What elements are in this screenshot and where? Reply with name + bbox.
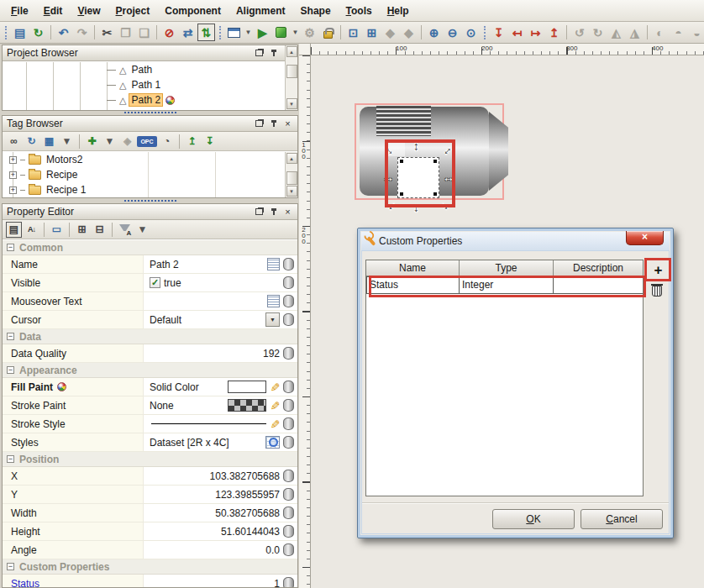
property-value[interactable]: true bbox=[164, 277, 181, 289]
property-value[interactable]: Solid Color bbox=[150, 381, 199, 393]
float-button[interactable] bbox=[254, 48, 265, 59]
flip-vertical-icon[interactable]: ◭ bbox=[607, 24, 625, 41]
align-top-icon[interactable]: ↥ bbox=[545, 24, 563, 41]
lock-icon[interactable] bbox=[319, 24, 337, 41]
text-edit-icon[interactable] bbox=[267, 295, 280, 307]
menu-help[interactable]: Help bbox=[380, 2, 417, 20]
expand-all-icon[interactable]: ⊞ bbox=[74, 222, 90, 238]
project-tree-scrollbar[interactable]: ▲ ▼ bbox=[285, 45, 297, 110]
stroke-style-preview[interactable] bbox=[151, 423, 266, 424]
db-sync-icon[interactable]: ⇄ bbox=[179, 24, 197, 41]
menu-alignment[interactable]: Alignment bbox=[229, 2, 293, 20]
ok-button[interactable]: OK bbox=[492, 509, 575, 529]
property-row-angle[interactable]: Angle 0.0 bbox=[3, 541, 297, 559]
show-description-icon[interactable]: ▭ bbox=[49, 222, 65, 238]
property-row-y[interactable]: Y 123.39855957 bbox=[3, 486, 297, 504]
undo-icon[interactable]: ↶ bbox=[55, 24, 72, 41]
tree-item-path2-selected[interactable]: △ Path 2 bbox=[3, 92, 285, 108]
scroll-down-icon[interactable]: ▼ bbox=[286, 186, 297, 197]
checkbox-checked-icon[interactable]: ✓ bbox=[150, 277, 160, 288]
property-value[interactable]: 103.382705688 bbox=[210, 470, 280, 482]
align-left-icon[interactable]: ↤ bbox=[508, 24, 526, 41]
property-value[interactable]: 50.382705688 bbox=[215, 507, 280, 519]
binding-icon[interactable] bbox=[283, 347, 294, 360]
float-button[interactable] bbox=[254, 207, 265, 218]
dialog-titlebar[interactable]: Custom Properties bbox=[361, 232, 670, 250]
db-update-icon[interactable]: ⇅ bbox=[197, 24, 215, 41]
refresh-tags-icon[interactable]: ↻ bbox=[24, 134, 39, 150]
fill-color-swatch[interactable] bbox=[228, 381, 266, 393]
menu-shape[interactable]: Shape bbox=[293, 2, 339, 20]
copy-icon[interactable]: ❐ bbox=[117, 24, 134, 41]
scroll-up-icon[interactable]: ▲ bbox=[286, 153, 297, 164]
property-row-stroke-style[interactable]: Stroke Style ✎ bbox=[3, 415, 297, 433]
property-value[interactable]: 0.0 bbox=[265, 544, 280, 556]
dialog-close-button[interactable]: × bbox=[626, 231, 664, 245]
expand-icon[interactable]: + bbox=[9, 171, 17, 179]
tag-browser-titlebar[interactable]: Tag Browser × bbox=[3, 116, 297, 132]
property-row-stroke-paint[interactable]: Stroke Paint None ✎ bbox=[3, 396, 297, 415]
property-value[interactable]: Default bbox=[150, 314, 181, 326]
collapse-icon[interactable]: − bbox=[7, 455, 14, 463]
menu-tools[interactable]: Tools bbox=[339, 2, 380, 20]
stroke-color-swatch[interactable] bbox=[228, 399, 266, 412]
property-row-fill-paint[interactable]: Fill Paint Solid Color ✎ bbox=[3, 378, 297, 396]
column-header-type[interactable]: Type bbox=[460, 260, 554, 276]
export-tags-icon[interactable]: ↧ bbox=[202, 134, 218, 150]
collapse-all-icon[interactable]: ⊟ bbox=[92, 222, 108, 238]
menu-component[interactable]: Component bbox=[157, 2, 229, 20]
close-button[interactable]: × bbox=[282, 118, 293, 129]
cancel-button[interactable]: Cancel bbox=[581, 509, 663, 529]
filter-icon[interactable]: A bbox=[117, 222, 133, 238]
opc-browse-icon[interactable]: OPC bbox=[137, 136, 157, 147]
expand-icon[interactable]: + bbox=[9, 156, 17, 164]
scroll-down-icon[interactable]: ▼ bbox=[286, 98, 297, 109]
binding-icon[interactable] bbox=[283, 436, 294, 449]
clock-icon[interactable]: ◔ bbox=[159, 134, 175, 150]
category-common[interactable]: − Common bbox=[3, 240, 297, 255]
tag-folder-label[interactable]: Recipe bbox=[45, 169, 79, 181]
menu-view[interactable]: View bbox=[70, 2, 108, 20]
binding-icon[interactable] bbox=[283, 507, 294, 519]
rotate-left-icon[interactable]: ↺ bbox=[570, 24, 588, 41]
grid-dropdown-icon[interactable]: ▼ bbox=[59, 134, 75, 150]
collapse-icon[interactable]: − bbox=[7, 366, 14, 374]
binding-icon[interactable] bbox=[283, 417, 294, 430]
motor-shaft-cone[interactable] bbox=[489, 112, 508, 191]
add-tag-dropdown-icon[interactable]: ▼ bbox=[102, 134, 118, 150]
menu-file[interactable]: File bbox=[3, 2, 36, 20]
column-header-name[interactable]: Name bbox=[366, 260, 460, 276]
zoom-actual-icon[interactable]: ⊙ bbox=[462, 24, 480, 41]
flip-horizontal-icon[interactable]: ◮ bbox=[626, 24, 644, 41]
property-editor-titlebar[interactable]: Property Editor × bbox=[3, 204, 297, 220]
pin-button[interactable] bbox=[268, 207, 279, 218]
pencil-edit-icon[interactable]: ✎ bbox=[268, 382, 281, 392]
db-disable-icon[interactable]: ⊘ bbox=[160, 24, 178, 41]
category-custom-properties[interactable]: − Custom Properties bbox=[3, 559, 297, 575]
property-row-width[interactable]: Width 50.382705688 bbox=[3, 504, 297, 522]
binding-icon[interactable] bbox=[283, 399, 294, 412]
pin-button[interactable] bbox=[268, 118, 279, 129]
menu-edit[interactable]: Edit bbox=[36, 2, 71, 20]
scroll-thumb[interactable] bbox=[286, 65, 297, 78]
category-position[interactable]: − Position bbox=[3, 452, 297, 467]
cube-icon[interactable] bbox=[272, 24, 290, 41]
property-value[interactable]: 1 bbox=[274, 578, 280, 588]
tree-item-path[interactable]: △ Path bbox=[3, 62, 285, 77]
collapse-icon[interactable]: − bbox=[7, 333, 14, 340]
motor-fins[interactable] bbox=[376, 106, 431, 136]
gears-icon[interactable]: ⚙ bbox=[301, 24, 318, 41]
tag-grid-icon[interactable]: ▦ bbox=[41, 134, 57, 150]
collapse-icon[interactable]: − bbox=[7, 563, 14, 570]
cube-dropdown-icon[interactable]: ▼ bbox=[291, 24, 300, 41]
property-value[interactable]: None bbox=[150, 400, 174, 412]
filter-dropdown-icon[interactable]: ▼ bbox=[134, 222, 150, 238]
binding-icon[interactable] bbox=[283, 488, 294, 501]
text-edit-icon[interactable] bbox=[267, 258, 280, 270]
pencil-edit-icon[interactable]: ✎ bbox=[268, 401, 281, 411]
import-tags-icon[interactable]: ↥ bbox=[184, 134, 200, 150]
property-row-visible[interactable]: Visible ✓ true bbox=[3, 274, 297, 292]
property-row-height[interactable]: Height 51.60144043 bbox=[3, 522, 297, 541]
expand-icon[interactable]: + bbox=[9, 186, 17, 194]
binding-icon[interactable] bbox=[283, 381, 294, 393]
